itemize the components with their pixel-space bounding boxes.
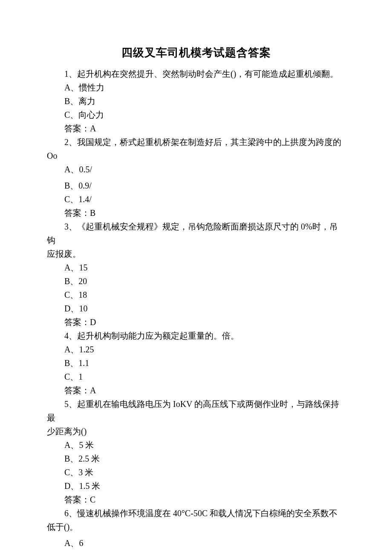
option-b: B、1.1: [47, 356, 345, 370]
question-stem-cont: 少距离为(): [47, 424, 345, 438]
answer-line: 答案：C: [47, 493, 345, 506]
document-page: 四级叉车司机模考试题含答案 1、起升机构在突然提升、突然制动时会产生()，有可能…: [0, 0, 392, 555]
answer-line: 答案：A: [47, 122, 345, 135]
option-a: A、6: [47, 536, 345, 550]
question-stem-cont: 应报废。: [47, 247, 345, 261]
option-c: C、1: [47, 370, 345, 384]
option-b: B、0.9/: [47, 179, 345, 192]
option-b: B、20: [47, 274, 345, 288]
option-c: C、3 米: [47, 465, 345, 479]
option-c: C、向心力: [47, 108, 345, 122]
answer-line: 答案：B: [47, 206, 345, 220]
page-title: 四级叉车司机模考试题含答案: [47, 44, 345, 62]
option-a: A、5 米: [47, 438, 345, 452]
option-b: B、2.5 米: [47, 452, 345, 465]
question-stem: 6、慢速机械操作环境温度在 40°C-50C 和载人情况下白棕绳的安全系数不: [47, 506, 345, 520]
option-a: A、1.25: [47, 343, 345, 356]
option-a: A、惯性力: [47, 81, 345, 94]
question-stem: 5、起重机在输电线路电压为 IoKV 的高压线下或两侧作业时，与路线保持最: [47, 397, 345, 424]
option-d: D、1.5 米: [47, 479, 345, 493]
question-stem: 1、起升机构在突然提升、突然制动时会产生()，有可能造成起重机倾翻。: [47, 67, 345, 81]
option-b: B、离力: [47, 94, 345, 108]
answer-line: 答案：D: [47, 315, 345, 329]
question-stem: 2、我国规定，桥式起重机桥架在制造好后，其主梁跨中的上拱度为跨度的: [47, 135, 345, 149]
answer-line: 答案：A: [47, 384, 345, 397]
option-c: C、18: [47, 288, 345, 302]
question-stem-cont: Oo: [47, 149, 345, 163]
option-a: A、15: [47, 261, 345, 274]
question-stem: 4、起升机构制动能力应为额定起重量的。倍。: [47, 329, 345, 343]
question-stem-cont: 低于()。: [47, 520, 345, 534]
option-a: A、0.5/: [47, 163, 345, 176]
option-c: C、1.4/: [47, 192, 345, 206]
question-stem: 3、《起重机械安全规程》规定，吊钩危险断面磨损达原尺寸的 0%时，吊钩: [47, 220, 345, 247]
option-d: D、10: [47, 302, 345, 315]
